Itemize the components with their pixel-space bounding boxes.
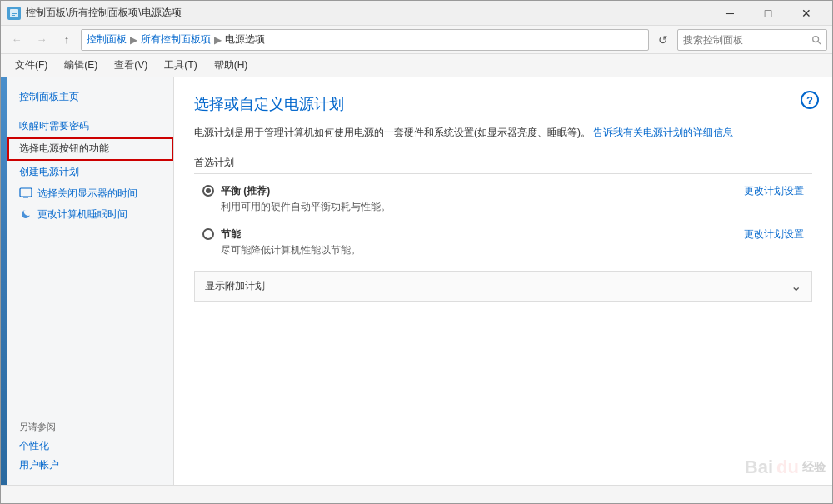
up-button[interactable]: ↑ — [56, 29, 77, 51]
menu-help[interactable]: 帮助(H) — [207, 55, 256, 76]
change-plan-saver[interactable]: 更改计划设置 — [744, 227, 804, 242]
plan-desc-balanced: 利用可用的硬件自动平衡功耗与性能。 — [221, 200, 391, 214]
search-icon — [811, 34, 821, 46]
search-box — [677, 29, 827, 51]
forward-button[interactable]: → — [31, 29, 52, 51]
plan-name-row-saver: 节能 — [202, 227, 361, 242]
svg-point-4 — [813, 36, 819, 42]
breadcrumb: 控制面板 ▶ 所有控制面板项 ▶ 电源选项 — [81, 29, 649, 51]
address-bar: ← → ↑ 控制面板 ▶ 所有控制面板项 ▶ 电源选项 ↺ — [1, 26, 832, 54]
radio-balanced[interactable] — [202, 185, 214, 197]
left-strip — [1, 77, 7, 485]
svg-rect-2 — [12, 13, 17, 14]
menu-file[interactable]: 文件(F) — [7, 55, 55, 76]
help-button[interactable]: ? — [801, 91, 819, 109]
content-desc-text: 电源计划是用于管理计算机如何使用电源的一套硬件和系统设置(如显示器亮度、睡眠等)… — [194, 127, 591, 138]
plan-row-balanced: 平衡 (推荐) 利用可用的硬件自动平衡功耗与性能。 更改计划设置 — [202, 184, 804, 214]
display-icon — [19, 187, 32, 200]
refresh-button[interactable]: ↺ — [652, 29, 674, 51]
content-area: ? 选择或自定义电源计划 电源计划是用于管理计算机如何使用电源的一套硬件和系统设… — [174, 77, 832, 485]
sidebar-home[interactable]: 控制面板主页 — [7, 86, 173, 108]
close-button[interactable]: ✕ — [787, 1, 826, 26]
svg-rect-6 — [20, 188, 32, 197]
change-plan-balanced[interactable]: 更改计划设置 — [744, 184, 804, 198]
radio-saver[interactable] — [202, 228, 214, 240]
svg-line-5 — [818, 41, 821, 43]
title-bar: 控制面板\所有控制面板项\电源选项 ─ □ ✕ — [1, 1, 832, 26]
plan-name-saver: 节能 — [221, 227, 241, 242]
menu-view[interactable]: 查看(V) — [107, 55, 155, 76]
plan-name-row-balanced: 平衡 (推荐) — [202, 184, 391, 198]
chevron-down-icon: ⌄ — [791, 278, 801, 294]
svg-rect-7 — [23, 197, 28, 198]
sidebar-wakeup-password[interactable]: 唤醒时需要密码 — [7, 115, 173, 137]
svg-rect-3 — [12, 15, 15, 16]
sleep-icon — [19, 207, 32, 221]
plan-desc-saver: 尽可能降低计算机性能以节能。 — [221, 243, 361, 257]
minimize-button[interactable]: ─ — [711, 1, 749, 26]
content-title: 选择或自定义电源计划 — [194, 94, 812, 114]
sidebar-create-plan[interactable]: 创建电源计划 — [7, 161, 173, 183]
sidebar-power-button[interactable]: 选择电源按钮的功能 — [7, 137, 173, 160]
content-desc-link[interactable]: 告诉我有关电源计划的详细信息 — [593, 127, 733, 138]
sidebar-display-time-label: 选择关闭显示器的时间 — [37, 187, 137, 201]
maximize-button[interactable]: □ — [749, 1, 787, 26]
menu-bar: 文件(F) 编辑(E) 查看(V) 工具(T) 帮助(H) — [1, 54, 832, 77]
sidebar-user-accounts[interactable]: 用户帐户 — [19, 457, 162, 473]
status-bar — [1, 485, 832, 503]
also-see-title: 另请参阅 — [19, 421, 162, 433]
sidebar: 控制面板主页 唤醒时需要密码 选择电源按钮的功能 创建电源计划 选择关闭显示器的… — [7, 77, 174, 485]
plan-left-saver: 节能 尽可能降低计算机性能以节能。 — [202, 227, 361, 257]
window-icon — [7, 7, 21, 20]
breadcrumb-part1[interactable]: 控制面板 — [87, 32, 127, 47]
main-area: 控制面板主页 唤醒时需要密码 选择电源按钮的功能 创建电源计划 选择关闭显示器的… — [1, 77, 832, 485]
breadcrumb-part2[interactable]: 所有控制面板项 — [141, 32, 211, 47]
sidebar-personalize[interactable]: 个性化 — [19, 438, 162, 454]
plan-row-saver: 节能 尽可能降低计算机性能以节能。 更改计划设置 — [202, 227, 804, 257]
show-plans-bar[interactable]: 显示附加计划 ⌄ — [194, 271, 812, 302]
plan-item-saver: 节能 尽可能降低计算机性能以节能。 更改计划设置 — [194, 227, 812, 257]
back-button[interactable]: ← — [6, 29, 27, 51]
breadcrumb-sep2: ▶ — [214, 34, 222, 46]
plan-item-balanced: 平衡 (推荐) 利用可用的硬件自动平衡功耗与性能。 更改计划设置 — [194, 184, 812, 214]
window-controls: ─ □ ✕ — [711, 1, 826, 26]
svg-rect-1 — [12, 12, 17, 12]
menu-tools[interactable]: 工具(T) — [157, 55, 204, 76]
search-input[interactable] — [683, 34, 808, 46]
plan-left-balanced: 平衡 (推荐) 利用可用的硬件自动平衡功耗与性能。 — [202, 184, 391, 214]
sidebar-also-see: 另请参阅 个性化 用户帐户 — [7, 421, 173, 477]
section-header: 首选计划 — [194, 156, 812, 174]
sidebar-display-time[interactable]: 选择关闭显示器的时间 — [7, 183, 173, 204]
content-description: 电源计划是用于管理计算机如何使用电源的一套硬件和系统设置(如显示器亮度、睡眠等)… — [194, 124, 812, 142]
watermark: Baidu经验 — [745, 457, 826, 478]
breadcrumb-sep1: ▶ — [130, 34, 137, 46]
sidebar-sleep-time-label: 更改计算机睡眠时间 — [37, 207, 127, 222]
window-title: 控制面板\所有控制面板项\电源选项 — [26, 6, 711, 20]
breadcrumb-current: 电源选项 — [225, 32, 265, 47]
menu-edit[interactable]: 编辑(E) — [57, 55, 105, 76]
show-plans-label: 显示附加计划 — [205, 279, 265, 293]
sidebar-sleep-time[interactable]: 更改计算机睡眠时间 — [7, 204, 173, 225]
plan-name-balanced: 平衡 (推荐) — [221, 184, 270, 198]
